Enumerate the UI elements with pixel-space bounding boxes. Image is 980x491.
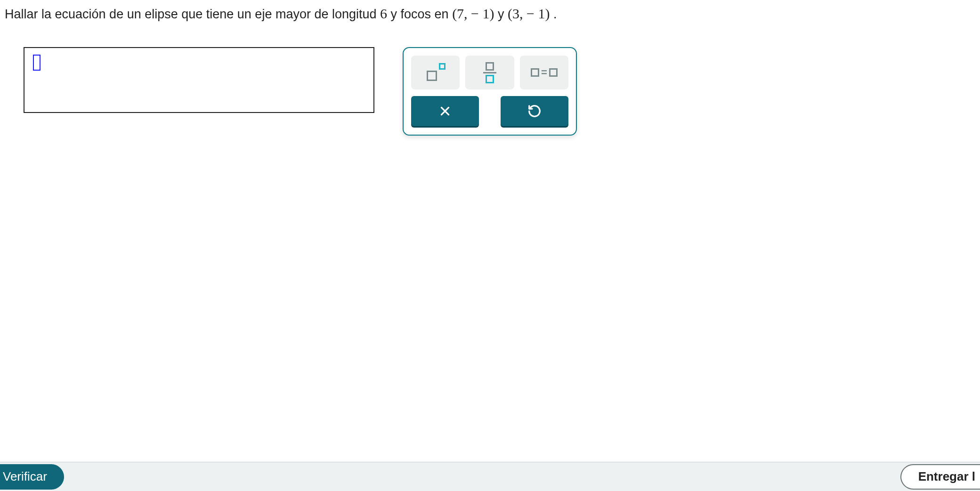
major-axis-value: 6 bbox=[380, 6, 387, 21]
math-keypad: = bbox=[403, 47, 577, 136]
verify-label: Verificar bbox=[3, 469, 47, 484]
keypad-tools-row: = bbox=[411, 56, 568, 89]
question-suffix: . bbox=[553, 7, 557, 21]
input-cursor-placeholder bbox=[33, 55, 40, 71]
exponent-icon bbox=[426, 63, 445, 82]
undo-button[interactable] bbox=[501, 96, 568, 126]
keypad-actions-row bbox=[411, 96, 568, 126]
bottom-bar: Verificar Entregar l bbox=[0, 462, 980, 491]
focus2: (3, − 1) bbox=[508, 6, 550, 21]
undo-icon bbox=[527, 104, 542, 118]
submit-button[interactable]: Entregar l bbox=[900, 464, 980, 490]
clear-button[interactable] bbox=[411, 96, 479, 126]
submit-label: Entregar l bbox=[918, 469, 975, 484]
verify-button[interactable]: Verificar bbox=[0, 464, 64, 490]
focus1: (7, − 1) bbox=[452, 6, 494, 21]
question-mid2: y bbox=[498, 7, 508, 21]
content-row: = bbox=[0, 47, 980, 136]
fraction-icon bbox=[483, 62, 496, 83]
close-icon bbox=[439, 105, 451, 117]
answer-input[interactable] bbox=[24, 47, 374, 113]
exponent-button[interactable] bbox=[411, 56, 460, 89]
question-prefix: Hallar la ecuación de un elipse que tien… bbox=[5, 7, 380, 21]
equation-icon: = bbox=[531, 66, 558, 79]
question-mid1: y focos en bbox=[391, 7, 453, 21]
question-text: Hallar la ecuación de un elipse que tien… bbox=[0, 0, 980, 33]
fraction-button[interactable] bbox=[465, 56, 514, 89]
equation-button[interactable]: = bbox=[520, 56, 568, 89]
